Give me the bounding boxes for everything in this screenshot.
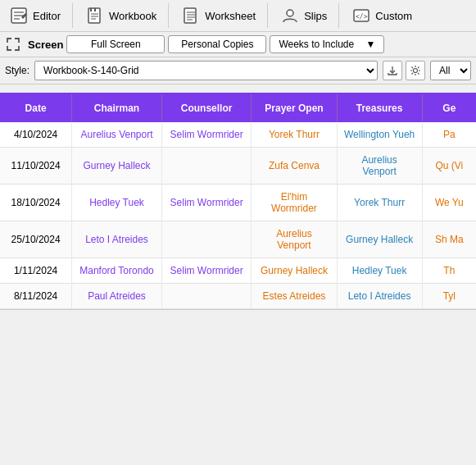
svg-point-20 bbox=[414, 69, 418, 73]
screen-label: Screen bbox=[28, 39, 63, 51]
cell-counsellor: Selim Wormrider bbox=[161, 258, 252, 284]
svg-rect-7 bbox=[94, 8, 96, 11]
spacer bbox=[0, 84, 476, 93]
table-row: 8/11/2024Paul AtreidesEstes AtreidesLeto… bbox=[0, 284, 476, 309]
cell-prayer-open: El'him Wormrider bbox=[252, 185, 337, 221]
worksheet-label: Worksheet bbox=[205, 10, 256, 22]
bottom-bar bbox=[0, 309, 476, 316]
toolbar-custom[interactable]: </> Custom bbox=[347, 3, 415, 28]
header-prayer-open: Prayer Open bbox=[252, 94, 337, 122]
style-row: Style: Workbook-S-140-Grid All bbox=[0, 57, 476, 84]
header-chairman: Chairman bbox=[72, 94, 162, 122]
cell-counsellor bbox=[161, 148, 252, 185]
workbook-label: Workbook bbox=[109, 10, 156, 22]
cell-date: 8/11/2024 bbox=[0, 284, 72, 309]
editor-icon bbox=[8, 5, 29, 26]
cell-ge: We Yu bbox=[422, 185, 476, 221]
cell-chairman: Paul Atreides bbox=[72, 284, 162, 309]
weeks-to-include-button[interactable]: Weeks to Include ▼ bbox=[270, 35, 384, 53]
header-ge: Ge bbox=[422, 94, 476, 122]
table-row: 18/10/2024Hedley TuekSelim WormriderEl'h… bbox=[0, 185, 476, 221]
cell-prayer-open: Estes Atreides bbox=[252, 284, 337, 309]
toolbar: Editor Workbook Worksheet bbox=[0, 0, 476, 32]
cell-ge: Qu (Vi bbox=[422, 148, 476, 185]
table-row: 25/10/2024Leto I AtreidesAurelius Venpor… bbox=[0, 221, 476, 258]
cell-treasures: Yorek Thurr bbox=[337, 185, 422, 221]
style-select[interactable]: Workbook-S-140-Grid bbox=[34, 61, 378, 80]
workbook-icon bbox=[84, 5, 106, 26]
cell-ge: Th bbox=[422, 258, 476, 284]
cell-counsellor: Selim Wormrider bbox=[161, 122, 252, 148]
cell-chairman: Leto I Atreides bbox=[72, 221, 162, 258]
table-row: 4/10/2024Aurelius VenportSelim Wormrider… bbox=[0, 122, 476, 148]
divider-1 bbox=[72, 3, 73, 28]
cell-counsellor bbox=[161, 221, 252, 258]
cell-prayer-open: Aurelius Venport bbox=[252, 221, 337, 258]
cell-date: 1/11/2024 bbox=[0, 258, 72, 284]
table-header-row: Date Chairman Counsellor Prayer Open Tre… bbox=[0, 94, 476, 122]
svg-point-16 bbox=[287, 10, 293, 16]
slips-label: Slips bbox=[304, 10, 327, 22]
cell-prayer-open: Zufa Cenva bbox=[252, 148, 337, 185]
custom-icon: </> bbox=[351, 5, 372, 26]
divider-2 bbox=[168, 3, 169, 28]
cell-treasures: Wellington Yueh bbox=[337, 122, 422, 148]
table-body: 4/10/2024Aurelius VenportSelim Wormrider… bbox=[0, 122, 476, 309]
all-select[interactable]: All bbox=[430, 61, 471, 80]
header-counsellor: Counsellor bbox=[161, 94, 252, 122]
cell-ge: Pa bbox=[422, 122, 476, 148]
table-container: Date Chairman Counsellor Prayer Open Tre… bbox=[0, 93, 476, 309]
cell-treasures: Gurney Halleck bbox=[337, 221, 422, 258]
cell-chairman: Aurelius Venport bbox=[72, 122, 162, 148]
cell-date: 4/10/2024 bbox=[0, 122, 72, 148]
cell-ge: Sh Ma bbox=[422, 221, 476, 258]
header-treasures: Treasures bbox=[337, 94, 422, 122]
cell-counsellor: Selim Wormrider bbox=[161, 185, 252, 221]
custom-label: Custom bbox=[375, 10, 412, 22]
divider-4 bbox=[338, 3, 339, 28]
weeks-dropdown-arrow: ▼ bbox=[365, 39, 375, 50]
editor-label: Editor bbox=[33, 10, 61, 22]
cell-prayer-open: Gurney Halleck bbox=[252, 258, 337, 284]
expand-icon[interactable] bbox=[5, 36, 21, 52]
cell-chairman: Manford Torondo bbox=[72, 258, 162, 284]
cell-treasures: Aurelius Venport bbox=[337, 148, 422, 185]
cell-treasures: Leto I Atreides bbox=[337, 284, 422, 309]
download-icon[interactable] bbox=[383, 61, 402, 80]
svg-rect-11 bbox=[184, 8, 196, 23]
toolbar-editor[interactable]: Editor bbox=[5, 3, 64, 28]
cell-treasures: Hedley Tuek bbox=[337, 258, 422, 284]
style-icons bbox=[383, 61, 425, 80]
slips-icon bbox=[279, 5, 301, 26]
worksheet-icon bbox=[180, 5, 202, 26]
cell-prayer-open: Yorek Thurr bbox=[252, 122, 337, 148]
settings-icon[interactable] bbox=[406, 61, 425, 80]
cell-chairman: Hedley Tuek bbox=[72, 185, 162, 221]
svg-rect-6 bbox=[90, 8, 92, 11]
cell-date: 18/10/2024 bbox=[0, 185, 72, 221]
table-row: 11/10/2024Gurney HalleckZufa CenvaAureli… bbox=[0, 148, 476, 185]
divider-3 bbox=[267, 3, 268, 28]
full-screen-button[interactable]: Full Screen bbox=[66, 35, 165, 53]
table-row: 1/11/2024Manford TorondoSelim WormriderG… bbox=[0, 258, 476, 284]
toolbar-worksheet[interactable]: Worksheet bbox=[177, 3, 259, 28]
cell-date: 11/10/2024 bbox=[0, 148, 72, 185]
main-table: Date Chairman Counsellor Prayer Open Tre… bbox=[0, 94, 476, 309]
style-label: Style: bbox=[5, 65, 29, 76]
cell-counsellor bbox=[161, 284, 252, 309]
header-date: Date bbox=[0, 94, 72, 122]
toolbar-workbook[interactable]: Workbook bbox=[81, 3, 160, 28]
cell-chairman: Gurney Halleck bbox=[72, 148, 162, 185]
screen-row: Screen Full Screen Personal Copies Weeks… bbox=[0, 32, 476, 57]
personal-copies-button[interactable]: Personal Copies bbox=[168, 35, 266, 53]
toolbar-slips[interactable]: Slips bbox=[276, 3, 330, 28]
cell-ge: Tyl bbox=[422, 284, 476, 309]
cell-date: 25/10/2024 bbox=[0, 221, 72, 258]
svg-text:</>: </> bbox=[356, 13, 368, 21]
